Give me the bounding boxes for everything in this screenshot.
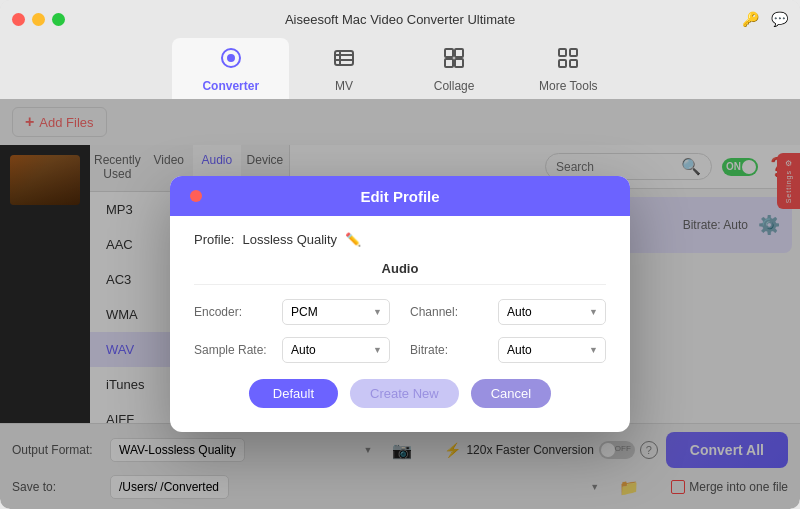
tab-more-tools-label: More Tools	[539, 79, 597, 93]
svg-rect-7	[455, 49, 463, 57]
more-tools-icon	[556, 46, 580, 76]
channel-row: Channel: Auto	[410, 299, 606, 325]
sample-rate-select-wrap: Auto	[282, 337, 390, 363]
tab-converter[interactable]: Converter	[172, 38, 289, 99]
encoder-select[interactable]: PCM	[282, 299, 390, 325]
sample-rate-select[interactable]: Auto	[282, 337, 390, 363]
mv-icon	[332, 46, 356, 76]
profile-edit-icon[interactable]: ✏️	[345, 232, 361, 247]
default-button[interactable]: Default	[249, 379, 338, 408]
tab-converter-label: Converter	[202, 79, 259, 93]
svg-rect-13	[559, 60, 566, 67]
cancel-button[interactable]: Cancel	[471, 379, 551, 408]
svg-rect-6	[445, 49, 453, 57]
create-new-button[interactable]: Create New	[350, 379, 459, 408]
bitrate-select-wrap: Auto	[498, 337, 606, 363]
bitrate-label: Bitrate:	[410, 343, 490, 357]
modal-title: Edit Profile	[360, 188, 439, 205]
edit-profile-modal: Edit Profile Profile: Lossless Quality ✏…	[170, 176, 630, 432]
svg-point-1	[228, 55, 234, 61]
encoder-label: Encoder:	[194, 305, 274, 319]
converter-icon	[219, 46, 243, 76]
modal-titlebar: Edit Profile	[170, 176, 630, 216]
sample-rate-label: Sample Rate:	[194, 343, 274, 357]
main-content: + Add Files Recently Used Video	[0, 99, 800, 509]
traffic-lights	[12, 13, 65, 26]
encoder-select-wrap: PCM	[282, 299, 390, 325]
bitrate-select[interactable]: Auto	[498, 337, 606, 363]
profile-value: Lossless Quality	[242, 232, 337, 247]
svg-rect-2	[335, 51, 353, 65]
svg-rect-12	[570, 60, 577, 67]
collage-icon	[442, 46, 466, 76]
svg-rect-11	[570, 49, 577, 56]
maximize-button[interactable]	[52, 13, 65, 26]
svg-rect-10	[559, 49, 566, 56]
channel-select[interactable]: Auto	[498, 299, 606, 325]
close-button[interactable]	[12, 13, 25, 26]
key-icon[interactable]: 🔑	[742, 11, 759, 27]
minimize-button[interactable]	[32, 13, 45, 26]
tab-mv[interactable]: MV	[289, 38, 399, 99]
tab-more-tools[interactable]: More Tools	[509, 38, 627, 99]
titlebar: Aiseesoft Mac Video Converter Ultimate 🔑…	[0, 0, 800, 38]
channel-select-wrap: Auto	[498, 299, 606, 325]
window-title: Aiseesoft Mac Video Converter Ultimate	[285, 12, 515, 27]
sample-rate-row: Sample Rate: Auto	[194, 337, 390, 363]
top-nav: Converter MV Col	[0, 38, 800, 99]
titlebar-icons: 🔑 💬	[742, 11, 788, 27]
modal-close-button[interactable]	[190, 190, 202, 202]
bitrate-row: Bitrate: Auto	[410, 337, 606, 363]
tab-mv-label: MV	[335, 79, 353, 93]
encoder-row: Encoder: PCM	[194, 299, 390, 325]
svg-rect-8	[445, 59, 453, 67]
audio-section-title: Audio	[194, 261, 606, 285]
modal-footer: Default Create New Cancel	[194, 379, 606, 412]
svg-rect-9	[455, 59, 463, 67]
modal-overlay: Edit Profile Profile: Lossless Quality ✏…	[0, 99, 800, 509]
tab-collage-label: Collage	[434, 79, 475, 93]
profile-row: Profile: Lossless Quality ✏️	[194, 232, 606, 247]
channel-label: Channel:	[410, 305, 490, 319]
form-grid: Encoder: PCM Channel: Auto	[194, 299, 606, 363]
profile-label: Profile:	[194, 232, 234, 247]
tab-collage[interactable]: Collage	[399, 38, 509, 99]
app-window: Aiseesoft Mac Video Converter Ultimate 🔑…	[0, 0, 800, 509]
modal-body: Profile: Lossless Quality ✏️ Audio Encod…	[170, 216, 630, 432]
message-icon[interactable]: 💬	[771, 11, 788, 27]
